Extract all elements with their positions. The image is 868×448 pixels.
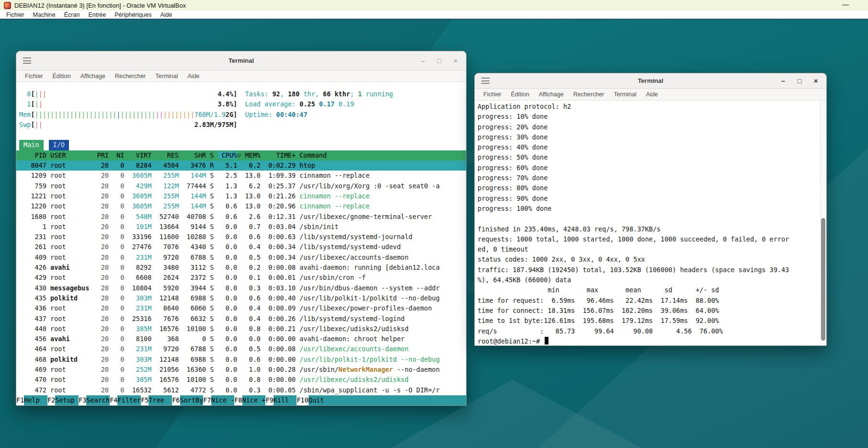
terminal-output-line-19: time for request: 6.59ms 96.46ms 22.42ms… xyxy=(475,296,826,306)
scrollbar-thumb[interactable] xyxy=(821,218,825,341)
terminal-output-line-18: min max mean sd +/- sd xyxy=(475,285,826,295)
left-terminal-title: Terminal xyxy=(16,57,466,64)
menu-item-affichage[interactable]: Affichage xyxy=(76,73,110,80)
virtualbox-icon xyxy=(4,2,11,9)
process-row-469[interactable]: 469 root 20 0 252M 21056 16360 S 0.0 1.0… xyxy=(16,365,466,375)
htop-table-header[interactable]: PID USER PRI NI VIRT RES SHR S CPU%▽ MEM… xyxy=(16,150,466,161)
text-cursor xyxy=(545,337,548,345)
fkey-f9[interactable]: F9Kill xyxy=(265,395,297,405)
menu-item-fichier[interactable]: Fichier xyxy=(479,91,506,98)
terminal-output-line-2: progress: 20% done xyxy=(475,122,826,132)
window-right-terminal: Terminal – □ × FichierÉditionAffichageRe… xyxy=(474,73,827,346)
process-row-435[interactable]: 435 polkitd 20 0 303M 12148 6988 S 0.0 0… xyxy=(16,293,466,303)
menu-item-édition[interactable]: Édition xyxy=(506,91,534,98)
terminal-output-line-5: progress: 50% done xyxy=(475,152,826,162)
terminal-output-line-15: status codes: 1000 2xx, 0 3xx, 0 4xx, 0 … xyxy=(475,254,826,264)
process-row-759[interactable]: 759 root 20 0 429M 122M 77444 S 1.3 6.2 … xyxy=(16,181,466,191)
htop-tab-io[interactable]: I/O xyxy=(49,140,69,150)
minimize-button[interactable]: – xyxy=(777,78,789,84)
fkey-f6[interactable]: F6SortBy xyxy=(172,395,203,405)
terminal-output-line-22: req/s : 85.73 99.64 90.08 4.56 76.00% xyxy=(475,326,826,336)
htop-meter-line-3: Swp[|| 2.83M/975M] xyxy=(16,120,466,130)
vbox-minimize-button[interactable]: — xyxy=(839,0,852,8)
output-terminal: Application protocol: h2progress: 10% do… xyxy=(475,101,826,345)
menu-item-édition[interactable]: Édition xyxy=(48,73,76,80)
close-button[interactable]: × xyxy=(450,57,461,64)
minimize-button[interactable]: – xyxy=(417,57,429,64)
process-row-409[interactable]: 409 root 20 0 231M 9720 6788 S 0.0 0.5 0… xyxy=(16,253,466,263)
process-row-437[interactable]: 437 root 20 0 25316 7676 6632 S 0.0 0.4 … xyxy=(16,314,466,324)
menu-item-fichier[interactable]: Fichier xyxy=(2,11,29,18)
menu-item-aide[interactable]: Aide xyxy=(156,11,176,18)
terminal-output-line-14: ed, 0 timeout xyxy=(475,244,826,254)
menu-item-terminal[interactable]: Terminal xyxy=(150,73,183,80)
process-row-456[interactable]: 456 avahi 20 0 8100 368 0 S 0.0 0.0 0:00… xyxy=(16,334,466,344)
process-row-472[interactable]: 472 root 20 0 16532 5612 4772 S 0.0 0.3 … xyxy=(16,385,466,395)
process-row-468[interactable]: 468 polkitd 20 0 303M 12148 6988 S 0.0 0… xyxy=(16,355,466,365)
hamburger-menu-icon[interactable] xyxy=(23,57,31,64)
vbox-titlebar: DEBIAN12 (Instantané 3) [En fonction] - … xyxy=(0,0,868,11)
fkey-f5[interactable]: F5Tree xyxy=(141,395,172,405)
fkey-f8[interactable]: F8Nice + xyxy=(234,395,265,405)
menu-item-périphériques[interactable]: Périphériques xyxy=(110,11,156,18)
process-row-231[interactable]: 231 root 20 0 33196 11600 10280 S 0.0 0.… xyxy=(16,232,466,242)
fkey-f4[interactable]: F4Filter xyxy=(110,395,141,405)
terminal-output-line-8: progress: 80% done xyxy=(475,183,826,193)
process-row-429[interactable]: 429 root 20 0 6608 2624 2372 S 0.0 0.1 0… xyxy=(16,273,466,283)
menu-item-affichage[interactable]: Affichage xyxy=(534,91,569,98)
vbox-window-title: DEBIAN12 (Instantané 3) [En fonction] - … xyxy=(14,2,186,9)
process-row-1209[interactable]: 1209 root 20 0 3605M 255M 144M S 2.5 13.… xyxy=(16,171,466,181)
htop-function-key-bar: F1Help F2Setup F3SearchF4FilterF5Tree F6… xyxy=(16,395,466,405)
terminal-output-line-9: progress: 90% done xyxy=(475,194,826,204)
terminal-output-line-11 xyxy=(475,214,826,224)
terminal-output-line-12: finished in 235.40ms, 4248.03 req/s, 798… xyxy=(475,224,826,234)
htop-terminal: 0[||| 4.4%] Tasks: 92, 180 thr, 66 kthr;… xyxy=(16,82,466,405)
scrollbar[interactable] xyxy=(820,101,826,345)
fkey-f7[interactable]: F7Nice - xyxy=(203,395,234,405)
menu-item-fichier[interactable]: Fichier xyxy=(20,73,48,80)
shell-prompt: root@debian12:~# xyxy=(478,337,544,345)
process-row-440[interactable]: 440 root 20 0 385M 16576 10100 S 0.0 0.8… xyxy=(16,324,466,334)
menu-item-écran[interactable]: Écran xyxy=(60,11,84,18)
terminal-output-line-0: Application protocol: h2 xyxy=(475,102,826,112)
process-row-1[interactable]: 1 root 20 0 101M 13664 9144 S 0.0 0.7 0:… xyxy=(16,222,466,232)
process-row-426[interactable]: 426 avahi 20 0 8292 3480 3112 S 0.0 0.2 … xyxy=(16,263,466,273)
fkey-f10[interactable]: F10Quit xyxy=(297,395,331,405)
menu-item-aide[interactable]: Aide xyxy=(183,73,205,80)
terminal-output-line-10: progress: 100% done xyxy=(475,204,826,214)
menu-item-terminal[interactable]: Terminal xyxy=(609,91,641,98)
maximize-button[interactable]: □ xyxy=(794,78,805,84)
menu-item-rechercher[interactable]: Rechercher xyxy=(569,91,609,98)
menu-item-machine[interactable]: Machine xyxy=(29,11,60,18)
right-terminal-titlebar[interactable]: Terminal – □ × xyxy=(475,73,826,89)
process-row-464[interactable]: 464 root 20 0 231M 9720 6788 S 0.0 0.5 0… xyxy=(16,344,466,354)
process-row-470[interactable]: 470 root 20 0 385M 16576 10100 S 0.0 0.8… xyxy=(16,375,466,385)
menu-item-aide[interactable]: Aide xyxy=(641,91,663,98)
fkey-f1[interactable]: F1Help xyxy=(16,395,47,405)
window-left-terminal: Terminal – □ × FichierÉditionAffichageRe… xyxy=(16,51,467,406)
process-row-1220[interactable]: 1220 root 20 0 3605M 255M 144M S 0.6 13.… xyxy=(16,201,466,211)
terminal-output-line-3: progress: 30% done xyxy=(475,132,826,142)
fkey-bar-filler xyxy=(332,395,466,405)
terminal-output: Application protocol: h2progress: 10% do… xyxy=(475,101,826,336)
htop-tab-main[interactable]: Main xyxy=(19,140,44,150)
maximize-button[interactable]: □ xyxy=(434,57,445,64)
terminal-output-line-21: time to 1st byte:126.61ms 195.68ms 179.1… xyxy=(475,316,826,326)
menu-item-rechercher[interactable]: Rechercher xyxy=(110,73,151,80)
process-row-1680[interactable]: 1680 root 20 0 548M 52740 40708 S 0.6 2.… xyxy=(16,212,466,222)
process-row-430[interactable]: 430 messagebus 20 0 10804 5920 3944 S 0.… xyxy=(16,283,466,293)
right-terminal-title: Terminal xyxy=(475,77,826,84)
menu-item-entrée[interactable]: Entrée xyxy=(84,11,110,18)
htop-meter-line-1: 1[|| 3.8%] Load average: 0.25 0.17 0.19 xyxy=(16,99,466,109)
process-row-8047[interactable]: 8047 root 20 0 8284 4504 3476 R 5.1 0.2 … xyxy=(16,161,466,171)
process-row-261[interactable]: 261 root 20 0 27476 7076 4340 S 0.0 0.4 … xyxy=(16,242,466,252)
hamburger-menu-icon[interactable] xyxy=(481,78,490,84)
fkey-f2[interactable]: F2Setup xyxy=(47,395,79,405)
terminal-output-line-20: time for connect: 18.31ms 156.07ms 102.2… xyxy=(475,306,826,316)
fkey-f3[interactable]: F3Search xyxy=(79,395,110,405)
htop-meter-line-0: 0[||| 4.4%] Tasks: 92, 180 thr, 66 kthr;… xyxy=(16,89,466,99)
process-row-436[interactable]: 436 root 20 0 231M 8640 6060 S 0.0 0.4 0… xyxy=(16,303,466,313)
left-terminal-titlebar[interactable]: Terminal – □ × xyxy=(16,51,466,70)
process-row-1221[interactable]: 1221 root 20 0 3605M 255M 144M S 1.3 13.… xyxy=(16,191,466,201)
close-button[interactable]: × xyxy=(810,78,822,84)
